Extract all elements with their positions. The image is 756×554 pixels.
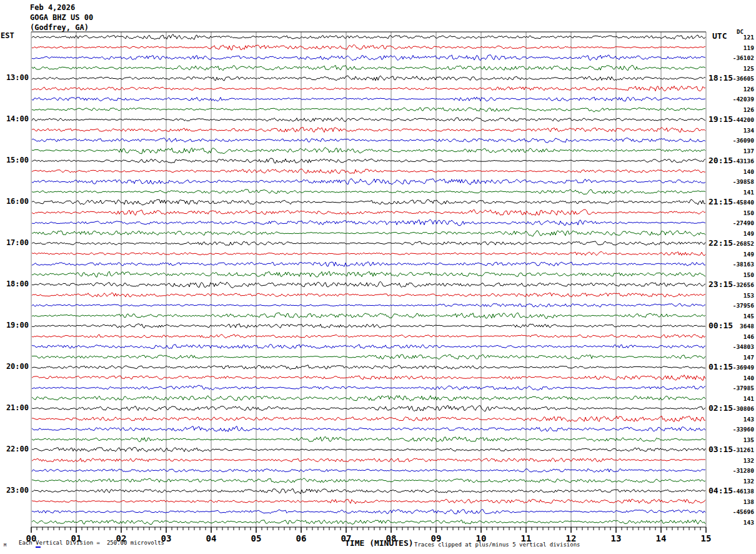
dc-offset-value: 141 bbox=[719, 189, 754, 196]
seismogram-trace-row-15 bbox=[32, 189, 705, 194]
seismogram-trace-row-23 bbox=[32, 271, 705, 278]
seismogram-trace-row-32 bbox=[32, 365, 705, 370]
dc-offset-value: 149 bbox=[719, 251, 754, 258]
x-axis-title: TIME (MINUTES) bbox=[345, 538, 414, 548]
seismogram-trace-row-41 bbox=[32, 458, 705, 461]
seismogram-trace-row-33 bbox=[32, 375, 705, 381]
dc-offset-value: 121 bbox=[719, 34, 754, 41]
seismogram-trace-row-1 bbox=[32, 44, 705, 50]
x-tick-label: 05 bbox=[246, 533, 266, 543]
seismogram-trace-row-29 bbox=[32, 335, 705, 338]
dc-offset-value: -45840 bbox=[719, 199, 754, 206]
dc-offset-value: -42039 bbox=[719, 96, 754, 103]
dc-offset-value: -46138 bbox=[719, 488, 754, 495]
dc-offset-value: 137 bbox=[719, 148, 754, 154]
seismogram-trace-row-17 bbox=[32, 209, 705, 216]
dc-offset-value: -38163 bbox=[719, 261, 754, 268]
dc-offset-value: 146 bbox=[719, 333, 754, 340]
seismogram-trace-row-4 bbox=[32, 76, 705, 81]
dc-offset-value: 119 bbox=[719, 44, 754, 51]
underline-artifact bbox=[36, 546, 41, 548]
dc-offset-value: -26852 bbox=[719, 240, 754, 247]
dc-offset-value: 134 bbox=[719, 127, 754, 134]
seismogram-trace-row-5 bbox=[32, 86, 705, 91]
seismogram-trace-row-47 bbox=[32, 520, 705, 525]
seismogram-trace-row-44 bbox=[32, 489, 705, 494]
dc-offset-value: 149 bbox=[719, 230, 754, 237]
dc-offset-value: -37985 bbox=[719, 385, 754, 391]
dc-offset-value: -37956 bbox=[719, 302, 754, 309]
dc-offset-value: 153 bbox=[719, 292, 754, 299]
dc-offset-value: 126 bbox=[719, 86, 754, 93]
est-hour-label: 16:00 bbox=[0, 197, 29, 206]
seismogram-trace-row-22 bbox=[32, 261, 705, 266]
seismogram-trace-row-37 bbox=[32, 416, 705, 422]
dc-offset-value: 150 bbox=[719, 271, 754, 278]
seismogram-trace-row-7 bbox=[32, 108, 705, 112]
dc-offset-value: 138 bbox=[719, 498, 754, 505]
seismogram-trace-row-2 bbox=[32, 55, 705, 61]
dc-offset-value: 126 bbox=[719, 106, 754, 113]
seismogram-trace-row-46 bbox=[32, 510, 705, 514]
seismogram-plot bbox=[0, 0, 756, 554]
seismogram-trace-row-16 bbox=[32, 199, 705, 205]
seismogram-trace-row-0 bbox=[32, 34, 705, 39]
seismogram-trace-row-19 bbox=[32, 231, 705, 236]
seismogram-trace-row-8 bbox=[32, 118, 705, 121]
est-hour-label: 15:00 bbox=[0, 156, 29, 164]
x-tick-label: 13 bbox=[606, 533, 626, 543]
dc-offset-value: 145 bbox=[719, 313, 754, 320]
dc-offset-value: 147 bbox=[719, 354, 754, 361]
dc-offset-value: -27490 bbox=[719, 219, 754, 226]
est-hour-label: 18:00 bbox=[0, 280, 29, 288]
helicorder-screen: Feb 4,2026GOGA BHZ US 00(Godfrey, GA) ES… bbox=[0, 0, 756, 554]
est-hour-label: 22:00 bbox=[0, 445, 29, 453]
est-hour-label: 23:00 bbox=[0, 486, 29, 495]
seismogram-trace-row-25 bbox=[32, 293, 705, 297]
seismogram-trace-row-43 bbox=[32, 478, 705, 483]
dc-offset-value: -31261 bbox=[719, 446, 754, 453]
x-tick-label: 06 bbox=[291, 533, 311, 543]
seismogram-trace-row-14 bbox=[32, 179, 705, 185]
seismogram-trace-row-9 bbox=[32, 127, 705, 132]
est-hour-label: 20:00 bbox=[0, 362, 29, 371]
est-hour-label: 13:00 bbox=[0, 73, 29, 82]
seismogram-trace-row-42 bbox=[32, 468, 705, 472]
seismogram-trace-row-39 bbox=[32, 436, 705, 441]
dc-offset-value: -39858 bbox=[719, 178, 754, 185]
seismogram-trace-row-45 bbox=[32, 499, 705, 503]
seismogram-trace-row-12 bbox=[32, 158, 705, 163]
est-hour-label: 21:00 bbox=[0, 403, 29, 412]
dc-offset-value: -43136 bbox=[719, 158, 754, 164]
clip-note: Traces clipped at plus/minus 5 vertical … bbox=[414, 541, 580, 548]
seismogram-trace-row-20 bbox=[32, 241, 705, 246]
dc-offset-value: -36102 bbox=[719, 54, 754, 61]
dc-offset-value: -36090 bbox=[719, 137, 754, 144]
dc-offset-value: -34803 bbox=[719, 343, 754, 350]
est-hour-label: 19:00 bbox=[0, 321, 29, 330]
seismogram-trace-row-34 bbox=[32, 385, 705, 390]
dc-offset-value: -36605 bbox=[719, 75, 754, 82]
seismogram-trace-row-24 bbox=[32, 281, 705, 288]
dc-offset-value: 132 bbox=[719, 478, 754, 485]
seismogram-trace-row-11 bbox=[32, 148, 705, 154]
seismogram-trace-row-26 bbox=[32, 304, 705, 308]
seismogram-trace-row-36 bbox=[32, 405, 705, 411]
dc-offset-value: -33960 bbox=[719, 426, 754, 433]
seismogram-trace-row-28 bbox=[32, 324, 705, 328]
dc-offset-value: 143 bbox=[719, 519, 754, 526]
dc-offset-value: 140 bbox=[719, 168, 754, 175]
dc-offset-value: -36949 bbox=[719, 364, 754, 371]
seismogram-trace-row-35 bbox=[32, 396, 705, 401]
seismogram-trace-row-3 bbox=[32, 65, 705, 70]
dc-offset-value: 143 bbox=[719, 416, 754, 423]
dc-offset-value: 132 bbox=[719, 457, 754, 464]
seismogram-trace-row-10 bbox=[32, 138, 705, 143]
est-hour-label: 17:00 bbox=[0, 238, 29, 247]
x-tick-label: 04 bbox=[201, 533, 221, 543]
dc-offset-value: 141 bbox=[719, 395, 754, 402]
seismogram-trace-row-13 bbox=[32, 169, 705, 173]
dc-offset-value: -31280 bbox=[719, 467, 754, 474]
seismogram-trace-row-38 bbox=[32, 426, 705, 432]
seismogram-trace-row-31 bbox=[32, 355, 705, 360]
